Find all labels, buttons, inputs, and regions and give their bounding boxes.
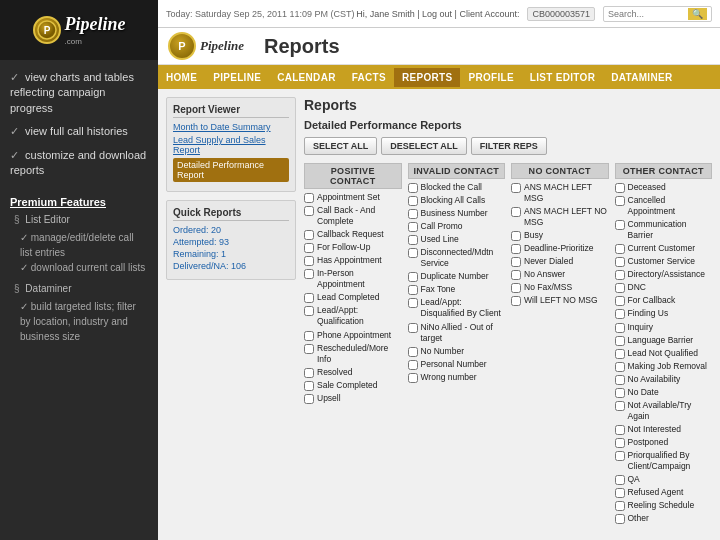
checkbox[interactable] xyxy=(304,368,314,378)
checkbox[interactable] xyxy=(304,256,314,266)
checkbox[interactable] xyxy=(304,193,314,203)
checkbox[interactable] xyxy=(511,231,521,241)
checkbox[interactable] xyxy=(304,230,314,240)
checkbox-label: Lead Not Qualified xyxy=(628,348,698,359)
dataminer-detail: ✓ build targeted lists; filter by locati… xyxy=(20,299,148,344)
checkbox[interactable] xyxy=(304,293,314,303)
checkbox[interactable] xyxy=(615,438,625,448)
checkbox[interactable] xyxy=(615,270,625,280)
checkbox[interactable] xyxy=(408,373,418,383)
checkbox-label: Never Dialed xyxy=(524,256,573,267)
checkbox[interactable] xyxy=(408,347,418,357)
nav-facts[interactable]: FACTS xyxy=(344,68,394,87)
checkbox[interactable] xyxy=(408,235,418,245)
checkbox[interactable] xyxy=(615,257,625,267)
checkbox[interactable] xyxy=(408,272,418,282)
search-box[interactable]: 🔍 xyxy=(603,6,712,22)
checkbox[interactable] xyxy=(408,360,418,370)
checkbox[interactable] xyxy=(615,501,625,511)
checkbox[interactable] xyxy=(511,244,521,254)
checkbox[interactable] xyxy=(615,375,625,385)
checkbox-item: No Answer xyxy=(511,269,609,280)
checkbox-label: Deadline-Prioritize xyxy=(524,243,593,254)
search-button[interactable]: 🔍 xyxy=(688,8,707,20)
checkbox[interactable] xyxy=(408,285,418,295)
stat-remaining: Remaining: 1 xyxy=(173,249,289,259)
checkbox[interactable] xyxy=(304,206,314,216)
checkbox[interactable] xyxy=(615,183,625,193)
checkbox[interactable] xyxy=(304,306,314,316)
checkbox[interactable] xyxy=(408,183,418,193)
checkbox[interactable] xyxy=(511,283,521,293)
checkbox[interactable] xyxy=(615,336,625,346)
checkbox[interactable] xyxy=(615,309,625,319)
nav-dataminer[interactable]: DATAMINER xyxy=(603,68,680,87)
checkbox[interactable] xyxy=(408,209,418,219)
checkbox-label: Inquiry xyxy=(628,322,654,333)
checkbox[interactable] xyxy=(511,207,521,217)
checkbox[interactable] xyxy=(615,283,625,293)
checkbox[interactable] xyxy=(615,296,625,306)
checkbox-label: ANS MACH LEFT MSG xyxy=(524,182,609,204)
checkbox[interactable] xyxy=(304,243,314,253)
checkbox[interactable] xyxy=(615,514,625,524)
checkbox[interactable] xyxy=(615,451,625,461)
checkbox[interactable] xyxy=(304,269,314,279)
checkbox-label: Deceased xyxy=(628,182,666,193)
checkbox[interactable] xyxy=(304,331,314,341)
checkbox[interactable] xyxy=(304,381,314,391)
checkbox[interactable] xyxy=(511,270,521,280)
checkbox[interactable] xyxy=(408,222,418,232)
checkbox[interactable] xyxy=(408,196,418,206)
checkbox-item: Has Appointment xyxy=(304,255,402,266)
search-input[interactable] xyxy=(608,9,688,19)
checkbox[interactable] xyxy=(615,323,625,333)
checkbox-item: ANS MACH LEFT MSG xyxy=(511,182,609,204)
checkbox-item: Disconnected/Mdtn Service xyxy=(408,247,506,269)
checkbox[interactable] xyxy=(511,183,521,193)
checkbox[interactable] xyxy=(408,248,418,258)
checkbox[interactable] xyxy=(615,425,625,435)
list-editor-detail-1: ✓ manage/edit/delete call list entries xyxy=(20,230,148,260)
checkbox-item: Wrong number xyxy=(408,372,506,383)
checkbox-item: Inquiry xyxy=(615,322,713,333)
checkbox-label: Used Line xyxy=(421,234,459,245)
checkbox[interactable] xyxy=(615,488,625,498)
deselect-all-button[interactable]: DESELECT ALL xyxy=(381,137,467,155)
checkbox[interactable] xyxy=(615,362,625,372)
checkbox[interactable] xyxy=(511,296,521,306)
checkbox[interactable] xyxy=(615,196,625,206)
checkbox[interactable] xyxy=(511,257,521,267)
nav-calendar[interactable]: CALENDAR xyxy=(269,68,344,87)
checkbox-item: For Callback xyxy=(615,295,713,306)
checkbox-label: Call Back - And Complete xyxy=(317,205,402,227)
select-all-button[interactable]: SELECT ALL xyxy=(304,137,377,155)
sidebar: P Pipeline .com ✓ view charts and tables… xyxy=(0,0,158,540)
nav-reports[interactable]: REPORTS xyxy=(394,68,460,87)
checkbox[interactable] xyxy=(408,298,418,308)
nav-pipeline[interactable]: PIPELINE xyxy=(205,68,269,87)
checkbox[interactable] xyxy=(408,323,418,333)
positive-items: Appointment SetCall Back - And CompleteC… xyxy=(304,192,402,404)
link-lead-supply[interactable]: Lead Supply and Sales Report xyxy=(173,135,289,155)
checkbox[interactable] xyxy=(615,388,625,398)
checkbox[interactable] xyxy=(615,349,625,359)
checkbox-label: Call Promo xyxy=(421,221,463,232)
nav-list-editor[interactable]: LIST EDITOR xyxy=(522,68,603,87)
nav-profile[interactable]: PROFILE xyxy=(460,68,521,87)
checkbox-item: Never Dialed xyxy=(511,256,609,267)
link-detailed[interactable]: Detailed Performance Report xyxy=(173,158,289,182)
nav-home[interactable]: HOME xyxy=(158,68,205,87)
checkbox[interactable] xyxy=(615,220,625,230)
sidebar-list-editor: § List Editor xyxy=(14,214,148,225)
link-month-date[interactable]: Month to Date Summary xyxy=(173,122,289,132)
filter-reps-button[interactable]: FILTER REPS xyxy=(471,137,547,155)
checkbox[interactable] xyxy=(615,244,625,254)
checkbox[interactable] xyxy=(615,475,625,485)
checkbox[interactable] xyxy=(304,344,314,354)
checkbox-label: Language Barrier xyxy=(628,335,694,346)
report-viewer-section: Report Viewer Month to Date Summary Lead… xyxy=(166,97,296,192)
checkbox-item: For Follow-Up xyxy=(304,242,402,253)
checkbox[interactable] xyxy=(304,394,314,404)
checkbox[interactable] xyxy=(615,401,625,411)
